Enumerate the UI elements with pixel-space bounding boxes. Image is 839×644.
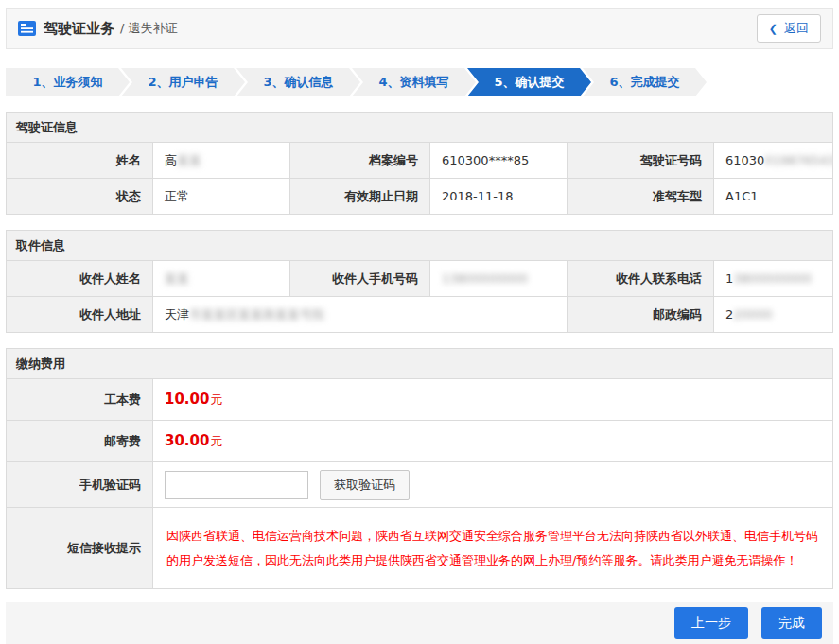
license-number-label: 驾驶证号码 bbox=[568, 143, 714, 179]
recipient-mobile-label: 收件人手机号码 bbox=[290, 261, 430, 297]
recipient-address-label: 收件人地址 bbox=[7, 297, 153, 333]
status-label: 状态 bbox=[7, 179, 153, 215]
table-row: 收件人地址 天津市某某区某某路某某号院 邮政编码 220000 bbox=[7, 297, 833, 333]
page-title: 驾驶证业务 bbox=[44, 20, 114, 38]
file-number-label: 档案编号 bbox=[290, 143, 430, 179]
postage-fee-value: 30.00元 bbox=[153, 421, 833, 462]
recipient-address-masked: 市某某区某某路某某号院 bbox=[189, 307, 324, 322]
file-number-value: 610300****85 bbox=[430, 143, 568, 179]
license-number-visible: 61030 bbox=[725, 153, 764, 167]
license-info-section: 驾驶证信息 姓名 高某某 档案编号 610300****85 驾驶证号码 610… bbox=[6, 112, 833, 215]
postage-fee-label: 邮寄费 bbox=[7, 421, 153, 462]
recipient-phone-value: 13800000000 bbox=[714, 261, 833, 297]
table-row: 状态 正常 有效期止日期 2018-11-18 准驾车型 A1C1 bbox=[7, 179, 833, 215]
step-3-confirm-info: 3、确认信息 bbox=[236, 68, 360, 96]
step-6-complete-submit: 6、完成提交 bbox=[583, 68, 707, 96]
postcode-masked: 20000 bbox=[733, 307, 772, 322]
sms-notice-label: 短信接收提示 bbox=[7, 508, 153, 589]
finish-button[interactable]: 完成 bbox=[761, 607, 822, 639]
step-1-business-notice: 1、业务须知 bbox=[6, 68, 130, 96]
production-fee-unit: 元 bbox=[210, 392, 222, 407]
back-arrow-icon: ❮ bbox=[769, 23, 778, 35]
back-label: 返回 bbox=[784, 21, 809, 35]
recipient-name-label: 收件人姓名 bbox=[7, 261, 153, 297]
recipient-address-value: 天津市某某区某某路某某号院 bbox=[153, 297, 568, 333]
recipient-address-visible: 天津 bbox=[165, 307, 189, 322]
table-row: 姓名 高某某 档案编号 610300****85 驾驶证号码 610300198… bbox=[7, 143, 833, 179]
sms-code-input[interactable] bbox=[165, 471, 308, 499]
postage-fee-unit: 元 bbox=[210, 434, 222, 448]
step-4-fill-data: 4、资料填写 bbox=[352, 68, 476, 96]
status-value: 正常 bbox=[153, 179, 290, 215]
page: 驾驶证业务 / 遗失补证 ❮ 返回 1、业务须知 2、用户申告 3、确认信息 4… bbox=[0, 0, 839, 644]
recipient-name-masked: 某某 bbox=[165, 271, 189, 286]
name-masked: 某某 bbox=[177, 153, 201, 167]
table-row: 邮寄费 30.00元 bbox=[7, 421, 833, 462]
postage-fee-amount: 30.00 bbox=[165, 432, 209, 449]
previous-step-button[interactable]: 上一步 bbox=[674, 607, 748, 639]
sms-code-cell: 获取验证码 bbox=[153, 462, 833, 508]
back-button[interactable]: ❮ 返回 bbox=[757, 14, 821, 43]
name-visible: 高 bbox=[165, 153, 177, 167]
production-fee-value: 10.00元 bbox=[153, 379, 833, 421]
fee-section-title: 缴纳费用 bbox=[7, 349, 833, 379]
table-row: 工本费 10.00元 bbox=[7, 379, 833, 421]
pickup-info-section: 取件信息 收件人姓名 某某 收件人手机号码 13800000000 收件人联系电… bbox=[6, 230, 833, 333]
recipient-mobile-value: 13800000000 bbox=[430, 261, 568, 297]
wizard-steps: 1、业务须知 2、用户申告 3、确认信息 4、资料填写 5、确认提交 6、完成提… bbox=[6, 68, 833, 96]
step-5-confirm-submit: 5、确认提交 bbox=[467, 68, 591, 96]
expiry-date-label: 有效期止日期 bbox=[290, 179, 430, 215]
name-value: 高某某 bbox=[153, 143, 290, 179]
page-subtitle: / 遗失补证 bbox=[120, 20, 178, 37]
license-business-icon bbox=[18, 21, 36, 36]
name-label: 姓名 bbox=[7, 143, 153, 179]
table-row: 手机验证码 获取验证码 bbox=[7, 462, 833, 508]
license-number-masked: 01987654321 bbox=[764, 153, 832, 167]
postcode-value: 220000 bbox=[714, 297, 833, 333]
sms-notice-text: 因陕西省联通、电信运营商技术问题，陕西省互联网交通安全综合服务管理平台无法向持陕… bbox=[166, 524, 819, 573]
expiry-date-value: 2018-11-18 bbox=[430, 179, 568, 215]
pickup-info-section-title: 取件信息 bbox=[7, 231, 833, 261]
vehicle-class-value: A1C1 bbox=[714, 179, 833, 215]
table-row: 短信接收提示 因陕西省联通、电信运营商技术问题，陕西省互联网交通安全综合服务管理… bbox=[7, 508, 833, 589]
recipient-name-value: 某某 bbox=[153, 261, 290, 297]
fee-section: 缴纳费用 工本费 10.00元 邮寄费 30.00元 手机验证码 获取验证码 短… bbox=[6, 348, 833, 589]
production-fee-label: 工本费 bbox=[7, 379, 153, 421]
recipient-mobile-masked: 13800000000 bbox=[442, 271, 528, 286]
sms-notice-cell: 因陕西省联通、电信运营商技术问题，陕西省互联网交通安全综合服务管理平台无法向持陕… bbox=[153, 508, 833, 589]
step-2-user-declaration: 2、用户申告 bbox=[121, 68, 245, 96]
recipient-phone-masked: 3800000000 bbox=[733, 271, 812, 286]
postcode-label: 邮政编码 bbox=[568, 297, 714, 333]
production-fee-amount: 10.00 bbox=[165, 391, 209, 408]
table-row: 收件人姓名 某某 收件人手机号码 13800000000 收件人联系电话 138… bbox=[7, 261, 833, 297]
recipient-phone-label: 收件人联系电话 bbox=[568, 261, 714, 297]
sms-code-label: 手机验证码 bbox=[7, 462, 153, 508]
vehicle-class-label: 准驾车型 bbox=[568, 179, 714, 215]
get-sms-code-button[interactable]: 获取验证码 bbox=[320, 470, 410, 500]
page-header: 驾驶证业务 / 遗失补证 ❮ 返回 bbox=[6, 8, 833, 49]
license-number-value: 6103001987654321 bbox=[714, 143, 833, 179]
license-info-section-title: 驾驶证信息 bbox=[7, 113, 833, 143]
footer-actions: 上一步 完成 bbox=[6, 602, 833, 644]
